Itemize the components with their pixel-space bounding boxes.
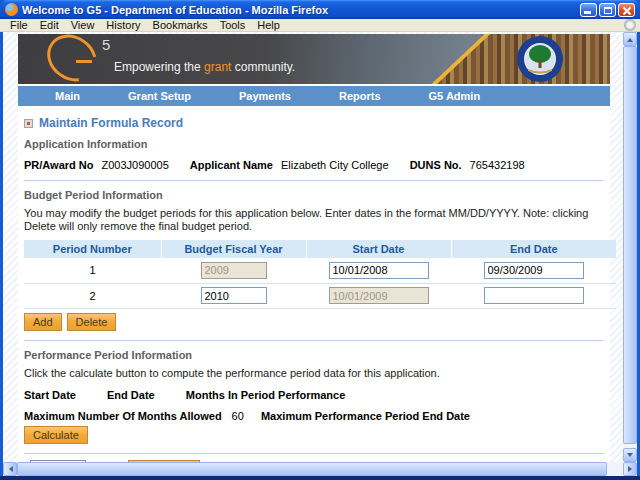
perf-end-date-label: End Date [107,389,155,401]
arrow-left-icon [6,466,13,472]
nav-g5-admin[interactable]: G5 Admin [429,90,481,102]
bookshelf-image [420,34,610,84]
col-start-date: Start Date [306,240,451,258]
minimize-button[interactable] [580,3,597,17]
perf-start-date-label: Start Date [24,389,76,401]
budget-period-heading: Budget Period Information [24,189,604,201]
record-icon [24,119,33,128]
browser-window: Welcome to G5 - Department of Education … [0,0,640,480]
g5-logo [38,34,106,84]
vertical-scroll-thumb[interactable] [623,46,637,444]
section-divider [24,453,604,454]
table-row: 1 [24,258,616,283]
period-number-2: 2 [24,283,161,308]
horizontal-scroll-thumb[interactable] [17,462,607,476]
end-date-input-1[interactable] [484,262,584,279]
delete-button[interactable]: Delete [67,313,117,331]
page-viewport: 5 Empowering the grant community. Main G… [3,32,623,462]
fiscal-year-input-2[interactable] [201,287,267,304]
menu-help[interactable]: Help [251,19,286,31]
max-months-label: Maximum Number Of Months Allowed [24,410,222,422]
nav-reports[interactable]: Reports [339,90,381,102]
vertical-scrollbar[interactable] [623,32,637,462]
pr-award-value: Z003J090005 [101,159,168,171]
menu-bar: File Edit View History Bookmarks Tools H… [0,19,640,32]
nav-payments[interactable]: Payments [239,90,291,102]
application-info-row: PR/Award NoZ003J090005 Applicant NameEli… [24,159,604,171]
menu-edit[interactable]: Edit [34,19,65,31]
table-row: 2 [24,283,616,308]
max-months-value: 60 [232,410,244,422]
applicant-name-label: Applicant Name [190,159,273,171]
scroll-right-button[interactable] [623,462,637,476]
throbber-icon [624,19,636,31]
minimize-icon [584,11,591,14]
start-date-input-1[interactable] [329,262,429,279]
horizontal-scrollbar[interactable] [3,462,637,476]
scroll-up-button[interactable] [623,32,637,46]
performance-period-description: Click the calculate button to compute th… [24,367,604,380]
max-months-row: Maximum Number Of Months Allowed60 Maxim… [24,410,604,422]
calculate-button[interactable]: Calculate [24,426,88,444]
end-date-input-2[interactable] [484,287,584,304]
duns-label: DUNS No. [410,159,462,171]
add-button[interactable]: Add [24,313,62,331]
nav-grant-setup[interactable]: Grant Setup [128,90,191,102]
section-divider [24,180,604,181]
performance-labels-row: Start Date End Date Months In Period Per… [24,389,604,401]
table-header-row: Period Number Budget Fiscal Year Start D… [24,240,616,258]
start-date-input-2 [329,287,429,304]
menu-view[interactable]: View [65,19,101,31]
department-of-education-seal [516,35,564,83]
performance-period-heading: Performance Period Information [24,349,604,361]
col-end-date: End Date [451,240,616,258]
arrow-right-icon [628,466,635,472]
scroll-left-button[interactable] [3,462,17,476]
scroll-down-button[interactable] [623,448,637,462]
main-nav: Main Grant Setup Payments Reports G5 Adm… [18,86,610,106]
section-divider [24,340,604,341]
perf-months-label: Months In Period Performance [186,389,346,401]
duns-value: 765432198 [470,159,525,171]
window-bottom-border [0,476,640,480]
menu-history[interactable]: History [100,19,146,31]
page: 5 Empowering the grant community. Main G… [18,34,610,462]
restore-button[interactable] [599,3,616,17]
window-title: Welcome to G5 - Department of Education … [22,4,580,16]
close-button[interactable] [618,3,635,17]
application-info-heading: Application Information [24,138,604,150]
col-period-number: Period Number [24,240,161,258]
g5-logo-five: 5 [102,36,110,53]
max-end-date-label: Maximum Performance Period End Date [261,410,470,422]
applicant-name-value: Elizabeth City College [281,159,389,171]
firefox-icon [5,3,18,16]
banner-tagline: Empowering the grant community. [114,60,295,74]
page-title: Maintain Formula Record [39,116,183,130]
menu-tools[interactable]: Tools [214,19,252,31]
arrow-up-icon [627,35,633,42]
g5-banner: 5 Empowering the grant community. [18,34,610,84]
period-number-1: 1 [24,258,161,283]
menu-bookmarks[interactable]: Bookmarks [147,19,214,31]
fiscal-year-input-1 [201,262,267,279]
pr-award-label: PR/Award No [24,159,93,171]
title-bar: Welcome to G5 - Department of Education … [0,0,640,19]
arrow-down-icon [627,453,633,460]
menu-file[interactable]: File [4,19,34,31]
restore-icon [604,7,612,14]
col-budget-fiscal-year: Budget Fiscal Year [161,240,306,258]
nav-main[interactable]: Main [55,90,80,102]
budget-period-table: Period Number Budget Fiscal Year Start D… [24,240,616,309]
budget-period-description: You may modify the budget periods for th… [24,207,604,233]
